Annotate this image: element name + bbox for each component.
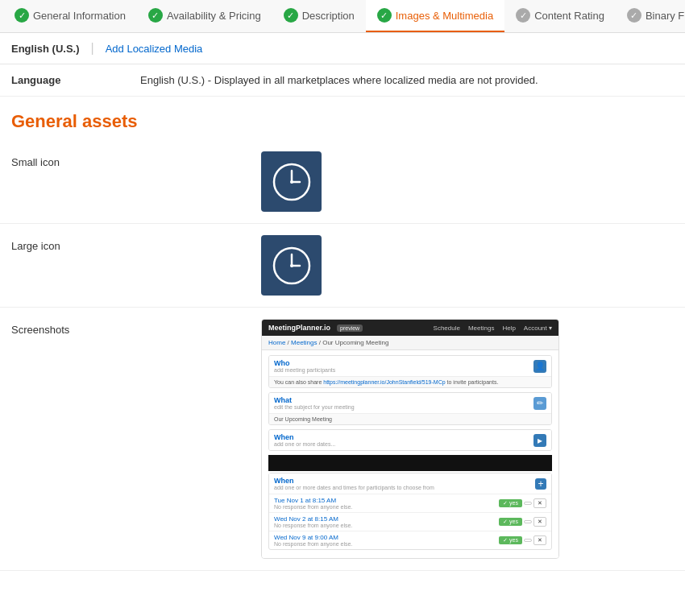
what-value: Our Upcoming Meeting: [274, 416, 332, 422]
large-icon-thumbnail[interactable]: [261, 235, 322, 296]
check-icon-binary: ✓: [627, 8, 641, 23]
when-section-header: When add one or more dates and times for…: [269, 473, 551, 494]
clock-icon: [272, 163, 311, 201]
yes-btn-3[interactable]: ✓ yes: [499, 536, 522, 544]
maybe-btn-3[interactable]: [524, 539, 532, 542]
date-1-info: Tue Nov 1 at 8:15 AM No response from an…: [274, 497, 352, 510]
divider: |: [91, 41, 94, 56]
tab-bar: ✓ General Information ✓ Availability & P…: [0, 0, 685, 33]
date-3-sub: No response from anyone else.: [274, 541, 352, 547]
sub-header: English (U.S.) | Add Localized Media: [0, 33, 685, 64]
who-sub: add meeting participants: [274, 367, 335, 373]
what-section-header: What edit the subject for your meeting ✏: [269, 393, 551, 413]
large-icon-content: [261, 235, 674, 296]
no-btn-3[interactable]: ✕: [533, 535, 546, 545]
language-field-value: English (U.S.) - Displayed in all market…: [140, 74, 538, 86]
when-partial-title: When: [274, 433, 335, 441]
breadcrumb-current: Our Upcoming Meeting: [322, 339, 388, 346]
screenshots-content: MeetingPlanner.io preview Schedule Meeti…: [261, 319, 674, 559]
check-icon-availability: ✓: [148, 8, 163, 23]
no-btn-2[interactable]: ✕: [533, 517, 546, 527]
add-localized-media-link[interactable]: Add Localized Media: [106, 43, 203, 55]
svg-point-3: [290, 180, 293, 184]
when-partial-sub: add one or more dates...: [274, 441, 335, 447]
large-icon-row: Large icon: [0, 224, 685, 308]
date-3-btns: ✓ yes ✕: [499, 535, 546, 545]
yes-btn-1[interactable]: ✓ yes: [499, 499, 522, 507]
small-icon-row: Small icon: [0, 140, 685, 224]
large-icon-label: Large icon: [11, 235, 245, 252]
app-breadcrumb: Home / Meetings / Our Upcoming Meeting: [262, 336, 558, 350]
who-section-header: Who add meeting participants 👤: [269, 356, 551, 376]
date-2-info: Wed Nov 2 at 8:15 AM No response from an…: [274, 515, 352, 528]
share-text: You can also share: [274, 379, 323, 385]
nav-account: Account ▾: [524, 325, 552, 332]
app-nav-links: Schedule Meetings Help Account ▾: [434, 325, 552, 332]
language-field-label: Language: [11, 74, 124, 86]
breadcrumb-meetings: Meetings: [291, 339, 317, 346]
what-value-box: Our Upcoming Meeting: [269, 413, 551, 424]
when-title: When: [274, 477, 434, 485]
check-icon-general: ✓: [15, 8, 29, 23]
share-link: https://meetingplanner.io/JohnStanfield/…: [323, 379, 445, 385]
tab-description-label: Description: [302, 10, 355, 22]
app-body: Who add meeting participants 👤 You can a…: [262, 350, 558, 558]
date-row-3: Wed Nov 9 at 9:00 AM No response from an…: [269, 531, 551, 549]
breadcrumb-home: Home: [268, 339, 285, 346]
preview-badge: preview: [337, 325, 363, 332]
screenshots-label: Screenshots: [11, 319, 245, 336]
who-add-button[interactable]: 👤: [533, 360, 546, 373]
yes-btn-2[interactable]: ✓ yes: [499, 518, 522, 526]
language-row: Language English (U.S.) - Displayed in a…: [0, 64, 685, 97]
maybe-btn-1[interactable]: [524, 502, 532, 505]
small-icon-content: [261, 151, 674, 212]
date-row-1: Tue Nov 1 at 8:15 AM No response from an…: [269, 494, 551, 512]
check-icon-description: ✓: [284, 8, 298, 23]
tab-binary-files[interactable]: ✓ Binary File(s): [616, 0, 685, 32]
what-edit-button[interactable]: ✏: [533, 397, 546, 410]
nav-meetings: Meetings: [468, 325, 494, 332]
who-title: Who: [274, 359, 335, 367]
date-row-2: Wed Nov 2 at 8:15 AM No response from an…: [269, 512, 551, 531]
who-info: Who add meeting participants: [274, 359, 335, 373]
tab-binary-label: Binary File(s): [646, 10, 685, 22]
tab-content-rating[interactable]: ✓ Content Rating: [504, 0, 616, 32]
maybe-btn-2[interactable]: [524, 520, 532, 523]
date-3-info: Wed Nov 9 at 9:00 AM No response from an…: [274, 534, 352, 547]
small-icon-label: Small icon: [11, 151, 245, 168]
check-icon-images: ✓: [377, 8, 392, 23]
tab-description[interactable]: ✓ Description: [272, 0, 366, 32]
dark-overlay-bar: [268, 455, 552, 471]
tab-images-multimedia[interactable]: ✓ Images & Multimedia: [366, 0, 504, 32]
tab-general-label: General Information: [33, 10, 126, 22]
share-suffix: to invite participants.: [447, 379, 499, 385]
when-partial-info: When add one or more dates...: [274, 433, 335, 447]
when-partial-btn[interactable]: ▸: [533, 434, 546, 447]
language-selector[interactable]: English (U.S.): [11, 43, 80, 55]
small-icon-thumbnail[interactable]: [261, 151, 322, 212]
when-info: When add one or more dates and times for…: [274, 477, 434, 490]
what-section: What edit the subject for your meeting ✏…: [268, 392, 552, 425]
date-1-sub: No response from anyone else.: [274, 504, 352, 510]
tab-general-information[interactable]: ✓ General Information: [3, 0, 137, 32]
what-title: What: [274, 396, 355, 404]
app-nav: MeetingPlanner.io preview Schedule Meeti…: [262, 320, 558, 336]
date-2-name: Wed Nov 2 at 8:15 AM: [274, 515, 352, 523]
when-partial-header: When add one or more dates... ▸: [269, 430, 551, 450]
what-info: What edit the subject for your meeting: [274, 396, 355, 410]
screenshot-thumbnail[interactable]: MeetingPlanner.io preview Schedule Meeti…: [261, 319, 559, 559]
check-icon-content-rating: ✓: [516, 8, 530, 23]
tab-availability-pricing[interactable]: ✓ Availability & Pricing: [137, 0, 272, 32]
when-add-button[interactable]: +: [535, 478, 546, 490]
tab-availability-label: Availability & Pricing: [167, 10, 261, 22]
no-btn-1[interactable]: ✕: [533, 498, 546, 508]
nav-help: Help: [502, 325, 515, 332]
what-sub: edit the subject for your meeting: [274, 404, 355, 410]
who-section: Who add meeting participants 👤 You can a…: [268, 355, 552, 388]
nav-schedule: Schedule: [434, 325, 460, 332]
tab-content-rating-label: Content Rating: [534, 10, 604, 22]
date-2-sub: No response from anyone else.: [274, 523, 352, 528]
screenshots-row: Screenshots MeetingPlanner.io preview Sc…: [0, 308, 685, 571]
date-2-btns: ✓ yes ✕: [499, 517, 546, 527]
when-sub: add one or more dates and times for part…: [274, 485, 434, 490]
